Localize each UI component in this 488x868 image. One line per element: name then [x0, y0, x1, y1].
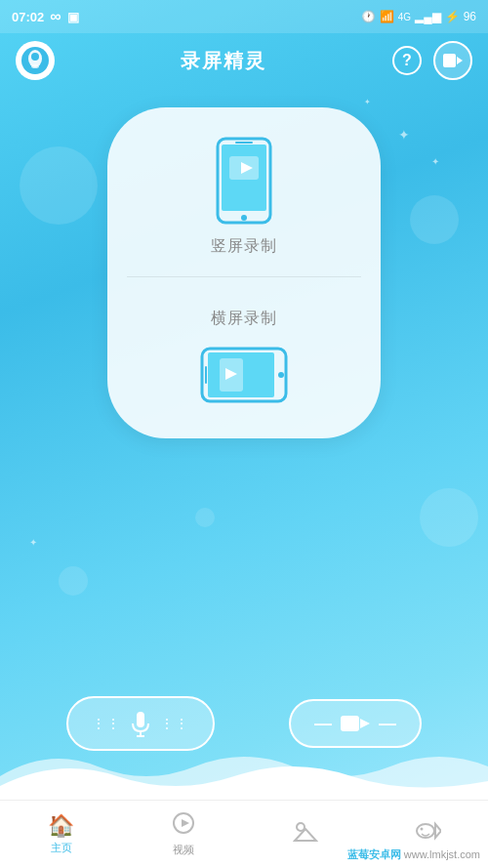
app-header: 录屏精灵 ?	[0, 33, 488, 88]
svg-point-25	[297, 823, 305, 831]
charging-icon: ⚡	[445, 10, 460, 23]
fish-icon	[414, 820, 441, 847]
bubble-2	[410, 195, 459, 244]
svg-point-2	[31, 53, 39, 61]
horizontal-phone-icon	[200, 341, 288, 409]
bubble-3	[59, 566, 88, 596]
sparkle-2: ✦	[431, 156, 439, 167]
video-icon	[340, 713, 371, 734]
landscape-icon	[293, 819, 318, 848]
signal-bars: ▂▄▆	[415, 10, 441, 23]
svg-marker-22	[360, 719, 370, 728]
wave-decoration	[0, 747, 488, 806]
svg-marker-24	[182, 819, 189, 827]
video-button[interactable]: — —	[289, 699, 422, 748]
mic-icon	[129, 710, 152, 737]
status-infinity: ∞	[50, 8, 61, 25]
svg-point-8	[241, 215, 247, 221]
vertical-phone-icon	[210, 137, 278, 225]
page-title: 录屏精灵	[181, 48, 266, 74]
nav-item-video[interactable]: 视频	[122, 801, 244, 868]
home-icon: 🏠	[48, 813, 74, 839]
play-icon	[172, 811, 195, 841]
watermark: 蓝莓安卓网 www.lmkjst.com	[347, 847, 480, 862]
app-logo[interactable]	[16, 41, 55, 80]
mic-wave-left: ⋮⋮	[92, 716, 121, 731]
watermark-site: 蓝莓安卓网	[347, 848, 401, 860]
svg-rect-21	[341, 716, 359, 731]
status-time: 07:02	[12, 10, 44, 24]
sparkle-4: ✦	[29, 537, 37, 548]
horizontal-record-label: 横屏录制	[211, 309, 277, 329]
video-dash-right: —	[379, 714, 396, 734]
bubble-4	[420, 488, 478, 547]
main-card-container: 竖屏录制 横屏录制	[107, 107, 381, 438]
svg-rect-18	[137, 712, 144, 727]
help-button[interactable]: ?	[392, 46, 422, 75]
sparkle-3: ✦	[364, 98, 371, 106]
watermark-url: www.lmkjst.com	[404, 848, 480, 860]
signal-icon: 4G	[398, 12, 411, 22]
wifi-icon: 📶	[380, 10, 394, 23]
sparkle-1: ✦	[398, 127, 410, 143]
svg-point-14	[278, 372, 284, 378]
record-icon	[443, 53, 463, 68]
battery-level: 96	[464, 10, 476, 23]
video-dash-left: —	[314, 714, 332, 734]
svg-rect-9	[235, 142, 253, 144]
svg-point-29	[420, 827, 423, 830]
svg-marker-5	[457, 57, 463, 64]
horizontal-record-section[interactable]: 横屏录制	[127, 277, 361, 409]
svg-point-3	[31, 64, 39, 68]
nav-item-home[interactable]: 🏠 主页	[0, 801, 122, 868]
svg-rect-4	[443, 54, 456, 67]
bubble-5	[195, 508, 215, 527]
header-actions: ?	[392, 41, 472, 80]
vertical-record-section[interactable]: 竖屏录制	[127, 137, 361, 277]
status-media: ▣	[67, 10, 79, 24]
svg-marker-28	[435, 824, 441, 838]
clock-icon: 🕐	[361, 10, 376, 23]
bubble-1	[20, 146, 98, 225]
action-buttons: ⋮⋮ ⋮⋮ — —	[0, 696, 488, 751]
status-right: 🕐 📶 4G ▂▄▆ ⚡ 96	[361, 10, 476, 23]
svg-rect-15	[205, 366, 207, 384]
status-bar: 07:02 ∞ ▣ 🕐 📶 4G ▂▄▆ ⚡ 96	[0, 0, 488, 33]
logo-svg	[20, 45, 51, 76]
vertical-record-label: 竖屏录制	[211, 236, 277, 257]
mic-wave-right: ⋮⋮	[160, 716, 189, 731]
nav-video-label: 视频	[173, 843, 194, 857]
mic-button[interactable]: ⋮⋮ ⋮⋮	[66, 696, 215, 751]
nav-home-label: 主页	[51, 841, 72, 855]
status-left: 07:02 ∞ ▣	[12, 8, 79, 25]
record-button[interactable]	[433, 41, 472, 80]
record-options-card: 竖屏录制 横屏录制	[107, 107, 381, 438]
